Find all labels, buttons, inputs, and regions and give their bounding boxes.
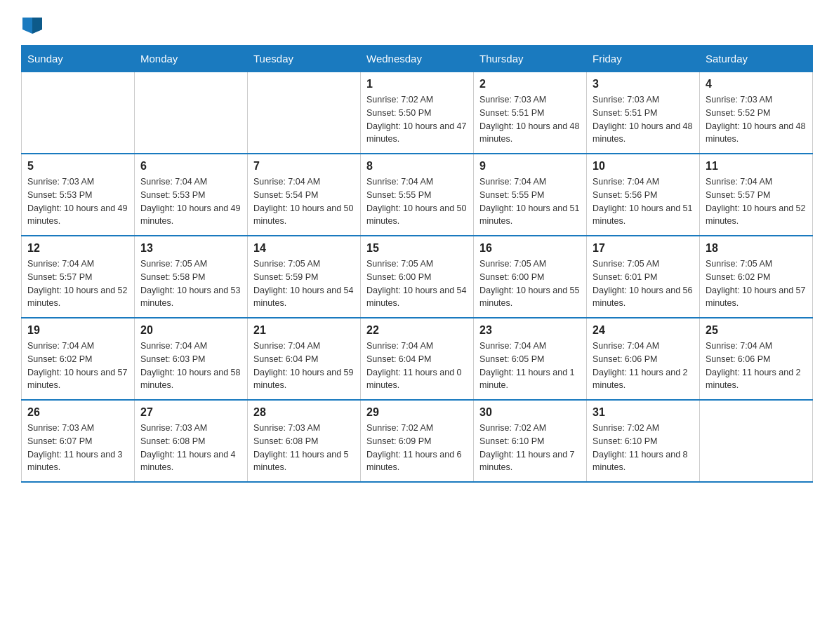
day-number: 26 [27,406,128,419]
day-info: Sunrise: 7:04 AM Sunset: 6:06 PM Dayligh… [593,340,694,392]
day-cell: 19Sunrise: 7:04 AM Sunset: 6:02 PM Dayli… [22,318,135,400]
day-info: Sunrise: 7:02 AM Sunset: 5:50 PM Dayligh… [366,93,468,146]
weekday-header-friday: Friday [587,46,700,72]
day-cell: 13Sunrise: 7:05 AM Sunset: 5:58 PM Dayli… [135,236,248,318]
day-number: 15 [366,242,468,255]
day-info: Sunrise: 7:04 AM Sunset: 5:55 PM Dayligh… [366,175,468,228]
day-info: Sunrise: 7:04 AM Sunset: 5:53 PM Dayligh… [140,175,241,228]
day-number: 2 [479,78,581,90]
day-cell: 17Sunrise: 7:05 AM Sunset: 6:01 PM Dayli… [587,236,700,318]
day-cell [700,400,813,482]
day-info: Sunrise: 7:03 AM Sunset: 5:51 PM Dayligh… [593,93,694,146]
day-info: Sunrise: 7:03 AM Sunset: 5:53 PM Dayligh… [27,175,128,228]
day-number: 11 [706,160,807,173]
day-cell: 2Sunrise: 7:03 AM Sunset: 5:51 PM Daylig… [474,72,587,154]
week-row-4: 19Sunrise: 7:04 AM Sunset: 6:02 PM Dayli… [22,318,813,400]
week-row-1: 1Sunrise: 7:02 AM Sunset: 5:50 PM Daylig… [22,72,813,154]
day-info: Sunrise: 7:04 AM Sunset: 6:04 PM Dayligh… [253,340,355,392]
day-info: Sunrise: 7:03 AM Sunset: 6:08 PM Dayligh… [253,422,355,474]
day-info: Sunrise: 7:05 AM Sunset: 5:59 PM Dayligh… [253,257,355,310]
weekday-header-thursday: Thursday [474,46,587,72]
day-number: 25 [706,324,807,337]
weekday-header-saturday: Saturday [700,46,813,72]
day-cell: 6Sunrise: 7:04 AM Sunset: 5:53 PM Daylig… [135,154,248,236]
day-cell: 20Sunrise: 7:04 AM Sunset: 6:03 PM Dayli… [135,318,248,400]
day-cell: 3Sunrise: 7:03 AM Sunset: 5:51 PM Daylig… [587,72,700,154]
day-cell: 27Sunrise: 7:03 AM Sunset: 6:08 PM Dayli… [135,400,248,482]
day-info: Sunrise: 7:03 AM Sunset: 5:51 PM Dayligh… [479,93,581,146]
day-number: 21 [253,324,355,337]
day-info: Sunrise: 7:05 AM Sunset: 6:00 PM Dayligh… [479,257,581,310]
day-cell: 21Sunrise: 7:04 AM Sunset: 6:04 PM Dayli… [248,318,361,400]
day-cell: 26Sunrise: 7:03 AM Sunset: 6:07 PM Dayli… [22,400,135,482]
day-cell: 5Sunrise: 7:03 AM Sunset: 5:53 PM Daylig… [22,154,135,236]
day-cell: 25Sunrise: 7:04 AM Sunset: 6:06 PM Dayli… [700,318,813,400]
logo-icon [22,14,42,34]
logo [21,14,44,34]
day-number: 13 [140,242,241,255]
day-number: 14 [253,242,355,255]
weekday-header-row: SundayMondayTuesdayWednesdayThursdayFrid… [22,46,813,72]
day-info: Sunrise: 7:04 AM Sunset: 6:03 PM Dayligh… [140,340,241,392]
day-cell: 14Sunrise: 7:05 AM Sunset: 5:59 PM Dayli… [248,236,361,318]
day-info: Sunrise: 7:04 AM Sunset: 5:56 PM Dayligh… [593,175,694,228]
day-cell: 9Sunrise: 7:04 AM Sunset: 5:55 PM Daylig… [474,154,587,236]
day-number: 19 [27,324,128,337]
day-cell: 10Sunrise: 7:04 AM Sunset: 5:56 PM Dayli… [587,154,700,236]
day-number: 28 [253,406,355,419]
day-cell: 23Sunrise: 7:04 AM Sunset: 6:05 PM Dayli… [474,318,587,400]
day-number: 3 [593,78,694,90]
day-info: Sunrise: 7:04 AM Sunset: 6:06 PM Dayligh… [706,340,807,392]
day-info: Sunrise: 7:04 AM Sunset: 5:57 PM Dayligh… [27,257,128,310]
day-cell: 16Sunrise: 7:05 AM Sunset: 6:00 PM Dayli… [474,236,587,318]
day-number: 17 [593,242,694,255]
day-cell: 18Sunrise: 7:05 AM Sunset: 6:02 PM Dayli… [700,236,813,318]
day-info: Sunrise: 7:02 AM Sunset: 6:10 PM Dayligh… [479,422,581,474]
day-info: Sunrise: 7:03 AM Sunset: 6:08 PM Dayligh… [140,422,241,474]
day-info: Sunrise: 7:02 AM Sunset: 6:10 PM Dayligh… [593,422,694,474]
day-cell: 24Sunrise: 7:04 AM Sunset: 6:06 PM Dayli… [587,318,700,400]
day-cell: 7Sunrise: 7:04 AM Sunset: 5:54 PM Daylig… [248,154,361,236]
weekday-header-wednesday: Wednesday [361,46,474,72]
day-cell: 30Sunrise: 7:02 AM Sunset: 6:10 PM Dayli… [474,400,587,482]
day-number: 24 [593,324,694,337]
day-number: 10 [593,160,694,173]
day-number: 29 [366,406,468,419]
svg-marker-1 [32,18,42,34]
day-number: 20 [140,324,241,337]
day-number: 7 [253,160,355,173]
week-row-5: 26Sunrise: 7:03 AM Sunset: 6:07 PM Dayli… [22,400,813,482]
day-number: 12 [27,242,128,255]
day-info: Sunrise: 7:02 AM Sunset: 6:09 PM Dayligh… [366,422,468,474]
day-number: 9 [479,160,581,173]
day-number: 6 [140,160,241,173]
day-info: Sunrise: 7:04 AM Sunset: 6:05 PM Dayligh… [479,340,581,392]
day-cell: 4Sunrise: 7:03 AM Sunset: 5:52 PM Daylig… [700,72,813,154]
day-info: Sunrise: 7:05 AM Sunset: 6:00 PM Dayligh… [366,257,468,310]
day-cell [135,72,248,154]
weekday-header-tuesday: Tuesday [248,46,361,72]
weekday-header-monday: Monday [135,46,248,72]
day-number: 18 [706,242,807,255]
day-number: 30 [479,406,581,419]
day-number: 1 [366,78,468,90]
day-number: 4 [706,78,807,90]
calendar-table: SundayMondayTuesdayWednesdayThursdayFrid… [21,45,813,483]
day-info: Sunrise: 7:03 AM Sunset: 5:52 PM Dayligh… [706,93,807,146]
day-number: 16 [479,242,581,255]
day-info: Sunrise: 7:03 AM Sunset: 6:07 PM Dayligh… [27,422,128,474]
day-number: 27 [140,406,241,419]
weekday-header-sunday: Sunday [22,46,135,72]
day-info: Sunrise: 7:05 AM Sunset: 6:01 PM Dayligh… [593,257,694,310]
day-cell: 22Sunrise: 7:04 AM Sunset: 6:04 PM Dayli… [361,318,474,400]
day-cell: 12Sunrise: 7:04 AM Sunset: 5:57 PM Dayli… [22,236,135,318]
day-cell: 1Sunrise: 7:02 AM Sunset: 5:50 PM Daylig… [361,72,474,154]
day-number: 5 [27,160,128,173]
day-info: Sunrise: 7:04 AM Sunset: 5:55 PM Dayligh… [479,175,581,228]
day-cell: 15Sunrise: 7:05 AM Sunset: 6:00 PM Dayli… [361,236,474,318]
day-info: Sunrise: 7:04 AM Sunset: 5:57 PM Dayligh… [706,175,807,228]
day-number: 31 [593,406,694,419]
day-info: Sunrise: 7:04 AM Sunset: 6:04 PM Dayligh… [366,340,468,392]
day-cell: 8Sunrise: 7:04 AM Sunset: 5:55 PM Daylig… [361,154,474,236]
day-cell [248,72,361,154]
